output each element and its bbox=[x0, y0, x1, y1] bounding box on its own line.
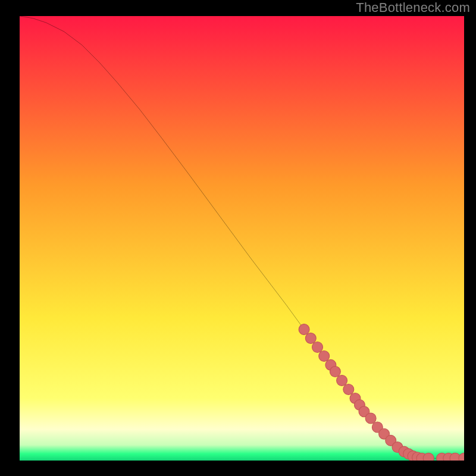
data-marker bbox=[319, 350, 330, 361]
data-marker bbox=[299, 324, 309, 335]
attribution-label: TheBottleneck.com bbox=[356, 0, 470, 15]
data-marker bbox=[423, 453, 434, 461]
chart-svg bbox=[20, 16, 464, 461]
data-marker bbox=[312, 342, 323, 353]
gradient-background bbox=[20, 16, 464, 461]
data-marker bbox=[330, 367, 340, 377]
data-marker bbox=[337, 375, 347, 386]
chart-stage: TheBottleneck.com bbox=[0, 0, 476, 476]
data-marker bbox=[365, 413, 376, 424]
plot-area bbox=[20, 16, 464, 461]
data-marker bbox=[343, 384, 354, 395]
data-marker bbox=[305, 333, 316, 344]
